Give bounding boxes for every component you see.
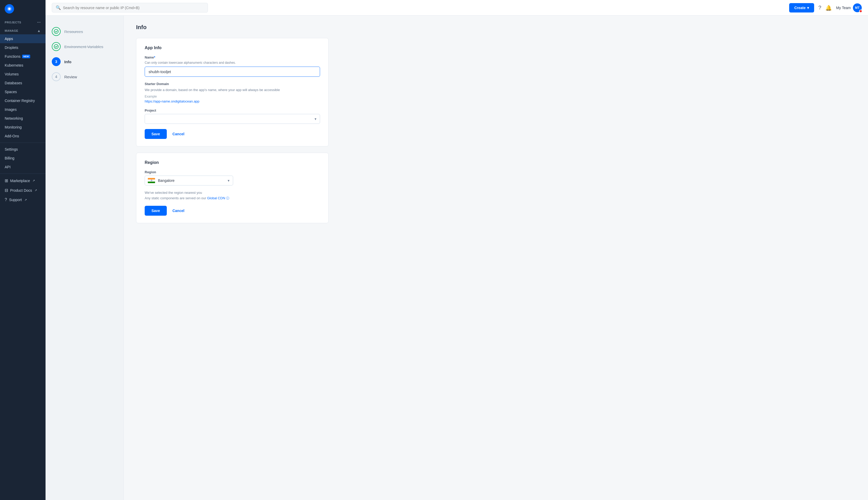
search-box[interactable]: 🔍 (52, 3, 208, 12)
topbar: 🔍 Create ▾ ? 🔔 My Team MT (46, 0, 868, 15)
sidebar-item-billing[interactable]: Billing (0, 154, 46, 162)
sidebar-item-api[interactable]: API (0, 162, 46, 171)
region-card: Region Region ⊙ (136, 153, 329, 223)
step-review[interactable]: 4 Review (52, 69, 117, 84)
region-field-group: Region ⊙ Bangalore (145, 170, 320, 185)
name-label: Name* (145, 55, 320, 59)
projects-collapse-icon[interactable]: ⋯ (37, 20, 41, 24)
cancel-button-1[interactable]: Cancel (170, 129, 187, 139)
notifications-button[interactable]: 🔔 (825, 5, 832, 11)
region-select[interactable]: Bangalore New York San Francisco London … (145, 175, 233, 185)
manage-collapse-icon[interactable]: ▲ (37, 29, 41, 33)
sidebar: PROJECTS ⋯ MANAGE ▲ Apps Droplets Functi… (0, 0, 46, 500)
region-btn-row: Save Cancel (145, 206, 320, 216)
sidebar-item-kubernetes[interactable]: Kubernetes (0, 61, 46, 70)
team-label: My Team (836, 6, 851, 10)
create-chevron-icon: ▾ (807, 6, 809, 10)
form-area: Info App Info Name* Can only contain low… (124, 15, 868, 500)
sidebar-item-functions[interactable]: Functions NEW (0, 52, 46, 61)
sidebar-item-droplets[interactable]: Droplets (0, 43, 46, 52)
product-docs-arrow-icon: ↗ (35, 189, 37, 192)
sidebar-item-support[interactable]: ? Support ↗ (0, 195, 46, 204)
svg-point-2 (8, 8, 10, 10)
app-info-title: App Info (145, 46, 320, 50)
main-area: 🔍 Create ▾ ? 🔔 My Team MT (46, 0, 868, 500)
starter-domain-desc: We provide a domain, based on the app's … (145, 88, 320, 93)
region-note: We've selected the region nearest you (145, 191, 320, 195)
starter-domain-label: Starter Domain (145, 82, 320, 86)
name-field-group: Name* Can only contain lowercase alphanu… (145, 55, 320, 77)
support-icon: ? (5, 197, 7, 202)
help-icon: ? (818, 5, 821, 11)
step-environment-variables[interactable]: Environment Variables (52, 39, 117, 54)
project-field-group: Project ▾ (145, 109, 320, 124)
sidebar-item-settings[interactable]: Settings (0, 145, 46, 154)
page-title: Info (136, 24, 856, 31)
region-select-wrapper: ⊙ Bangalore New York San Francisco Londo… (145, 175, 233, 185)
name-hint: Can only contain lowercase alphanumeric … (145, 61, 320, 65)
functions-new-badge: NEW (22, 55, 30, 58)
example-label: Example (145, 95, 320, 98)
step-4-label: Review (64, 75, 77, 79)
create-button[interactable]: Create ▾ (789, 3, 814, 12)
step-1-circle (52, 27, 61, 36)
topbar-right: Create ▾ ? 🔔 My Team MT (789, 3, 862, 12)
step-1-label: Resources (64, 30, 83, 34)
sidebar-item-volumes[interactable]: Volumes (0, 70, 46, 79)
steps-sidebar: Resources Environment Variables 3 Info (46, 15, 124, 500)
step-info[interactable]: 3 Info (52, 54, 117, 69)
step-3-circle: 3 (52, 57, 61, 66)
search-icon: 🔍 (56, 5, 61, 10)
sidebar-divider-2 (0, 173, 46, 174)
help-button[interactable]: ? (818, 5, 821, 11)
sidebar-logo[interactable] (0, 0, 46, 18)
logo-icon (5, 4, 14, 13)
cancel-button-2[interactable]: Cancel (170, 206, 187, 216)
marketplace-arrow-icon: ↗ (33, 179, 35, 182)
project-select[interactable] (145, 114, 320, 124)
svg-point-3 (54, 30, 58, 34)
starter-domain-info: Starter Domain We provide a domain, base… (145, 82, 320, 103)
sidebar-item-databases[interactable]: Databases (0, 79, 46, 88)
sidebar-item-images[interactable]: Images (0, 105, 46, 114)
sidebar-item-monitoring[interactable]: Monitoring (0, 123, 46, 132)
sidebar-item-container-registry[interactable]: Container Registry (0, 96, 46, 105)
project-label: Project (145, 109, 320, 112)
app-info-card: App Info Name* Can only contain lowercas… (136, 38, 329, 146)
product-docs-icon: ⊟ (5, 188, 8, 193)
sidebar-item-add-ons[interactable]: Add-Ons (0, 132, 46, 140)
sidebar-divider-1 (0, 143, 46, 143)
manage-section-header: MANAGE ▲ (0, 26, 46, 34)
sidebar-item-product-docs[interactable]: ⊟ Product Docs ↗ (0, 185, 46, 195)
marketplace-icon: ⊞ (5, 178, 8, 183)
sidebar-item-spaces[interactable]: Spaces (0, 88, 46, 96)
name-input[interactable] (145, 67, 320, 77)
team-section[interactable]: My Team MT (836, 3, 862, 12)
save-button-1[interactable]: Save (145, 129, 167, 139)
sidebar-item-apps[interactable]: Apps (0, 34, 46, 43)
search-input[interactable] (63, 6, 204, 10)
step-2-circle (52, 42, 61, 51)
avatar: MT (853, 3, 862, 12)
sidebar-item-marketplace[interactable]: ⊞ Marketplace ↗ (0, 176, 46, 185)
sidebar-nav: Apps Droplets Functions NEW Kubernetes V… (0, 34, 46, 140)
avatar-badge (859, 10, 862, 13)
example-url: https://app-name.ondigitalocean.app (145, 99, 320, 103)
support-arrow-icon: ↗ (24, 198, 27, 202)
svg-point-4 (54, 45, 58, 49)
step-4-circle: 4 (52, 72, 61, 81)
save-button-2[interactable]: Save (145, 206, 167, 216)
bell-icon: 🔔 (825, 5, 832, 11)
step-3-label: Info (64, 59, 71, 64)
region-label: Region (145, 170, 320, 174)
cdn-note: Any static components are served on our … (145, 196, 320, 201)
project-select-wrapper: ▾ (145, 114, 320, 124)
region-section-title: Region (145, 160, 320, 165)
step-resources[interactable]: Resources (52, 24, 117, 39)
global-cdn-link[interactable]: Global CDN (207, 196, 226, 200)
sidebar-item-networking[interactable]: Networking (0, 114, 46, 123)
content-area: Resources Environment Variables 3 Info (46, 15, 868, 500)
step-2-label: Environment Variables (64, 45, 103, 49)
cdn-info-icon: ⓘ (226, 196, 229, 200)
projects-section-header: PROJECTS ⋯ (0, 18, 46, 26)
